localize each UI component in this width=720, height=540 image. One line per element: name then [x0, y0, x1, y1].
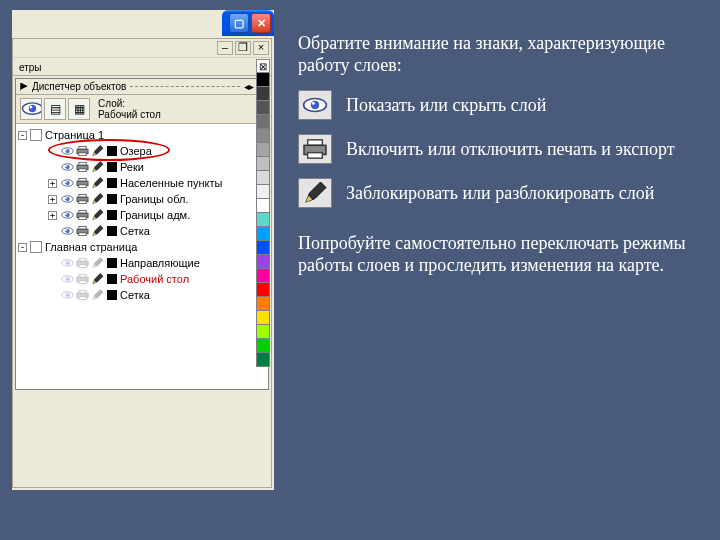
- printer-icon[interactable]: [75, 145, 89, 157]
- tab-partial[interactable]: етры: [15, 60, 46, 75]
- docker-menu-icon[interactable]: ◂▸: [244, 81, 254, 92]
- palette-swatch[interactable]: [256, 129, 270, 143]
- layer-node[interactable]: Реки: [120, 161, 144, 173]
- layer-node[interactable]: Озера: [120, 145, 152, 157]
- eye-icon[interactable]: [60, 225, 74, 237]
- palette-swatch[interactable]: [256, 185, 270, 199]
- pencil-icon[interactable]: [90, 161, 104, 173]
- printer-icon[interactable]: [75, 193, 89, 205]
- palette-swatch[interactable]: [256, 73, 270, 87]
- master-page-node[interactable]: Главная страница: [45, 241, 137, 253]
- layer-node[interactable]: Сетка: [120, 289, 150, 301]
- palette-swatch[interactable]: [256, 87, 270, 101]
- printer-icon[interactable]: [75, 257, 89, 269]
- color-swatch[interactable]: [107, 194, 117, 204]
- legend-eye: Показать или скрыть слой: [298, 90, 706, 120]
- eye-icon[interactable]: [60, 209, 74, 221]
- color-swatch[interactable]: [107, 290, 117, 300]
- palette-swatch[interactable]: [256, 269, 270, 283]
- eye-icon[interactable]: [60, 161, 74, 173]
- eye-icon[interactable]: [60, 257, 74, 269]
- page-icon: [30, 129, 42, 141]
- docker-collapse-icon[interactable]: ⯈: [20, 82, 29, 92]
- child-restore-button[interactable]: ❐: [235, 41, 251, 55]
- maximize-button[interactable]: ▢: [229, 13, 249, 33]
- eye-icon[interactable]: [60, 273, 74, 285]
- palette-swatch[interactable]: [256, 143, 270, 157]
- pencil-icon[interactable]: [90, 289, 104, 301]
- printer-icon: [298, 134, 332, 164]
- eye-icon[interactable]: [60, 193, 74, 205]
- tool-layer-props-button[interactable]: ▤: [44, 98, 66, 120]
- docker-toolbar: ▤ ▦ Слой: Рабочий стол: [16, 95, 268, 124]
- pencil-icon[interactable]: [90, 225, 104, 237]
- layer-node[interactable]: Рабочий стол: [120, 273, 189, 285]
- palette-swatch[interactable]: [256, 241, 270, 255]
- expand-icon[interactable]: -: [18, 243, 27, 252]
- pencil-icon[interactable]: [90, 193, 104, 205]
- palette-swatch[interactable]: [256, 255, 270, 269]
- layer-node[interactable]: Границы адм.: [120, 209, 190, 221]
- pencil-icon[interactable]: [90, 257, 104, 269]
- eye-icon[interactable]: [60, 289, 74, 301]
- printer-icon[interactable]: [75, 161, 89, 173]
- child-minimize-button[interactable]: –: [217, 41, 233, 55]
- pencil-icon[interactable]: [90, 273, 104, 285]
- docker-title-text: Диспетчер объектов: [32, 81, 126, 92]
- layer-tree[interactable]: -Страница 1ОзераРеки+Населенные пункты+Г…: [16, 124, 268, 389]
- pencil-icon[interactable]: [90, 145, 104, 157]
- printer-icon[interactable]: [75, 177, 89, 189]
- palette-swatch[interactable]: [256, 171, 270, 185]
- layer-node[interactable]: Населенные пункты: [120, 177, 223, 189]
- legend-pen: Заблокировать или разблокировать слой: [298, 178, 706, 208]
- printer-icon[interactable]: [75, 225, 89, 237]
- page-icon: [30, 241, 42, 253]
- palette-swatch[interactable]: [256, 115, 270, 129]
- color-swatch[interactable]: [107, 162, 117, 172]
- palette-swatch[interactable]: [256, 325, 270, 339]
- color-swatch[interactable]: [107, 226, 117, 236]
- layer-node[interactable]: Сетка: [120, 225, 150, 237]
- expand-icon[interactable]: +: [48, 211, 57, 220]
- expand-icon[interactable]: -: [18, 131, 27, 140]
- eye-icon[interactable]: [60, 145, 74, 157]
- outro-text: Попробуйте самостоятельно переключать ре…: [298, 232, 706, 276]
- tab-row: етры: [13, 58, 271, 76]
- explanation-text: Обратите внимание на знаки, характеризую…: [298, 32, 706, 276]
- expand-icon[interactable]: +: [48, 179, 57, 188]
- intro-text: Обратите внимание на знаки, характеризую…: [298, 32, 706, 76]
- palette-swatch[interactable]: [256, 297, 270, 311]
- docker-title: ⯈ Диспетчер объектов ◂▸ ×: [16, 79, 268, 95]
- palette-swatch[interactable]: [256, 311, 270, 325]
- palette-swatch[interactable]: [256, 157, 270, 171]
- palette-swatch[interactable]: [256, 213, 270, 227]
- color-swatch[interactable]: [107, 258, 117, 268]
- pencil-icon: [298, 178, 332, 208]
- page-node[interactable]: Страница 1: [45, 129, 104, 141]
- eye-icon[interactable]: [60, 177, 74, 189]
- palette-swatch[interactable]: [256, 353, 270, 367]
- palette-swatch[interactable]: [256, 101, 270, 115]
- child-close-button[interactable]: ×: [253, 41, 269, 55]
- pencil-icon[interactable]: [90, 209, 104, 221]
- printer-icon[interactable]: [75, 289, 89, 301]
- color-swatch[interactable]: [107, 274, 117, 284]
- palette-swatch[interactable]: [256, 339, 270, 353]
- palette-swatch[interactable]: [256, 199, 270, 213]
- tool-show-objects-button[interactable]: [20, 98, 42, 120]
- printer-icon[interactable]: [75, 273, 89, 285]
- layer-node[interactable]: Границы обл.: [120, 193, 188, 205]
- palette-none-swatch[interactable]: ⊠: [256, 59, 270, 73]
- palette-swatch[interactable]: [256, 227, 270, 241]
- color-swatch[interactable]: [107, 210, 117, 220]
- color-swatch[interactable]: [107, 146, 117, 156]
- tool-edit-layers-button[interactable]: ▦: [68, 98, 90, 120]
- pencil-icon[interactable]: [90, 177, 104, 189]
- layer-node[interactable]: Направляющие: [120, 257, 200, 269]
- color-swatch[interactable]: [107, 178, 117, 188]
- expand-icon[interactable]: +: [48, 195, 57, 204]
- palette-swatch[interactable]: [256, 283, 270, 297]
- printer-icon[interactable]: [75, 209, 89, 221]
- child-window: – ❐ × етры ⯈ Диспетчер объектов ◂▸ × ▤ ▦: [12, 38, 272, 488]
- close-button[interactable]: ✕: [251, 13, 271, 33]
